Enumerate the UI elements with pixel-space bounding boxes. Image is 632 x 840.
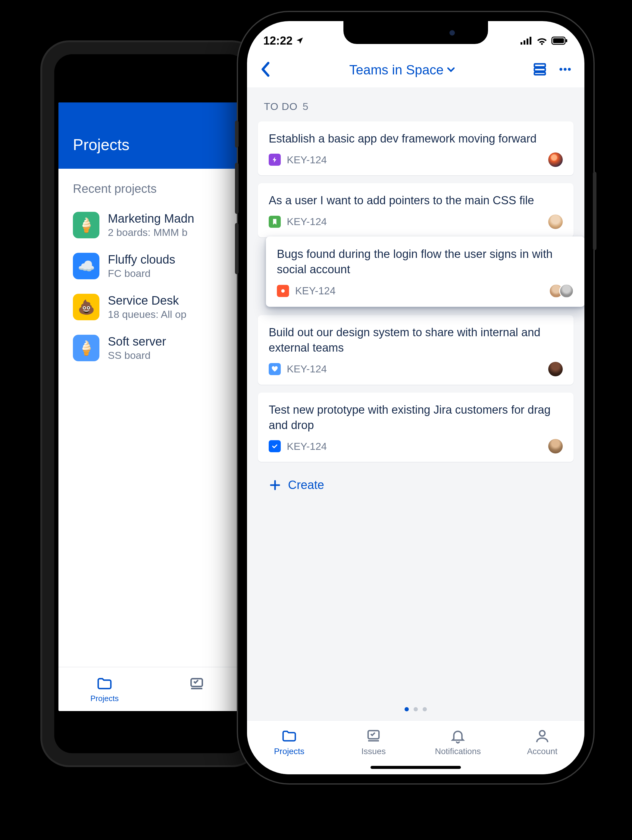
project-icon: ☁️ <box>73 253 99 279</box>
create-issue-button[interactable]: Create <box>258 470 574 500</box>
tab-label: Projects <box>274 747 304 756</box>
bell-icon <box>450 728 466 744</box>
tab-notifications[interactable]: Notifications <box>416 728 500 756</box>
column-header: TO DO 5 <box>258 99 574 122</box>
svg-rect-3 <box>526 39 528 44</box>
iphone-device-frame: 12:22 Teams in Space <box>238 12 593 783</box>
issue-key: KEY-124 <box>287 216 327 227</box>
android-screen: Projects Recent projects 🍦 Marketing Mad… <box>58 103 243 711</box>
view-layout-button[interactable] <box>533 62 547 78</box>
volume-up <box>235 163 239 214</box>
bolt-icon <box>271 156 278 163</box>
issue-card[interactable]: As a user I want to add pointers to the … <box>258 183 574 237</box>
issue-card-dragging[interactable]: Bugs found during the login flow the use… <box>266 236 585 306</box>
back-button[interactable] <box>259 62 271 78</box>
column-name: TO DO <box>264 101 298 112</box>
svg-rect-1 <box>520 42 522 44</box>
issue-title: Bugs found during the login flow the use… <box>277 246 574 278</box>
bottom-tabbar: Projects <box>58 667 243 711</box>
iphone-screen: 12:22 Teams in Space <box>247 21 585 774</box>
project-row[interactable]: 🍦 Soft server SS board <box>58 327 243 368</box>
svg-rect-9 <box>534 68 545 71</box>
tab-issues[interactable] <box>151 675 243 703</box>
wifi-icon <box>536 36 548 45</box>
tab-issues[interactable]: Issues <box>331 728 416 756</box>
page-dot[interactable] <box>422 707 427 711</box>
tray-icon <box>188 675 205 692</box>
volume-down <box>235 223 239 274</box>
project-row[interactable]: ☁️ Fluffy clouds FC board <box>58 246 243 287</box>
task-icon <box>269 440 281 452</box>
issue-key: KEY-124 <box>287 441 327 452</box>
svg-rect-0 <box>191 679 202 687</box>
assignee-avatar <box>548 439 563 453</box>
tab-label: Account <box>527 747 557 756</box>
rows-icon <box>533 62 547 77</box>
epic-icon <box>269 154 281 166</box>
location-icon <box>296 36 304 45</box>
project-name: Service Desk <box>108 294 186 307</box>
issue-key: KEY-124 <box>287 363 327 375</box>
svg-rect-7 <box>566 39 567 42</box>
chevron-left-icon <box>259 62 271 77</box>
home-indicator[interactable] <box>370 766 461 769</box>
tab-account[interactable]: Account <box>500 728 585 756</box>
svg-point-11 <box>560 68 563 71</box>
issue-title: As a user I want to add pointers to the … <box>269 193 563 208</box>
page-dot[interactable] <box>414 707 418 711</box>
project-icon: 🍦 <box>73 335 99 361</box>
issue-card[interactable]: Build out our design system to share wit… <box>258 315 574 385</box>
project-icon: 🍦 <box>73 212 99 238</box>
issue-key: KEY-124 <box>295 285 336 297</box>
folder-icon <box>281 728 297 744</box>
bezel: Projects Recent projects 🍦 Marketing Mad… <box>54 54 247 753</box>
svg-point-12 <box>564 68 567 71</box>
svg-rect-8 <box>534 64 545 67</box>
page-title: Projects <box>58 103 243 169</box>
project-subtitle: 18 queues: All op <box>108 308 186 320</box>
project-name: Marketing Madn <box>108 212 194 225</box>
issue-card[interactable]: Establish a basic app dev framework movi… <box>258 122 574 175</box>
notch <box>344 21 488 44</box>
project-name: Fluffy clouds <box>108 253 175 266</box>
tab-projects[interactable]: Projects <box>247 728 331 756</box>
board-column: TO DO 5 Establish a basic app dev framew… <box>247 87 585 701</box>
more-horizontal-icon <box>558 62 572 77</box>
tray-icon <box>366 728 382 744</box>
folder-icon <box>96 675 113 692</box>
board-switcher[interactable]: Teams in Space <box>349 62 454 77</box>
more-button[interactable] <box>558 62 572 78</box>
battery-icon <box>551 36 568 45</box>
chevron-down-icon <box>448 66 455 74</box>
project-subtitle: FC board <box>108 268 175 279</box>
issue-title: Establish a basic app dev framework movi… <box>269 131 563 147</box>
svg-rect-4 <box>530 37 531 44</box>
assignee-avatar <box>548 152 563 167</box>
issue-card[interactable]: Test new prototype with existing Jira cu… <box>258 393 574 462</box>
status-time: 12:22 <box>263 34 293 47</box>
tab-projects[interactable]: Projects <box>58 675 151 703</box>
dot-icon <box>280 288 286 294</box>
board-title: Teams in Space <box>349 62 443 77</box>
create-label: Create <box>288 478 324 492</box>
project-row[interactable]: 🍦 Marketing Madn 2 boards: MMM b <box>58 205 243 246</box>
page-dot[interactable] <box>405 707 409 711</box>
svg-rect-2 <box>523 40 525 44</box>
side-button <box>593 172 596 250</box>
svg-rect-6 <box>553 38 564 43</box>
heart-icon <box>271 366 278 372</box>
project-row[interactable]: 💩 Service Desk 18 queues: All op <box>58 287 243 327</box>
bookmark-icon <box>272 218 278 225</box>
svg-rect-10 <box>534 72 545 75</box>
bug-icon <box>277 285 289 297</box>
plus-icon <box>269 479 281 491</box>
project-subtitle: 2 boards: MMM b <box>108 227 194 238</box>
tab-label: Projects <box>90 694 119 703</box>
person-icon <box>534 728 550 744</box>
cellular-icon <box>520 37 533 44</box>
issue-title: Test new prototype with existing Jira cu… <box>269 402 563 433</box>
assignee-avatar <box>559 284 574 298</box>
check-icon <box>271 443 278 450</box>
project-icon: 💩 <box>73 294 99 320</box>
tab-label: Issues <box>361 747 386 756</box>
